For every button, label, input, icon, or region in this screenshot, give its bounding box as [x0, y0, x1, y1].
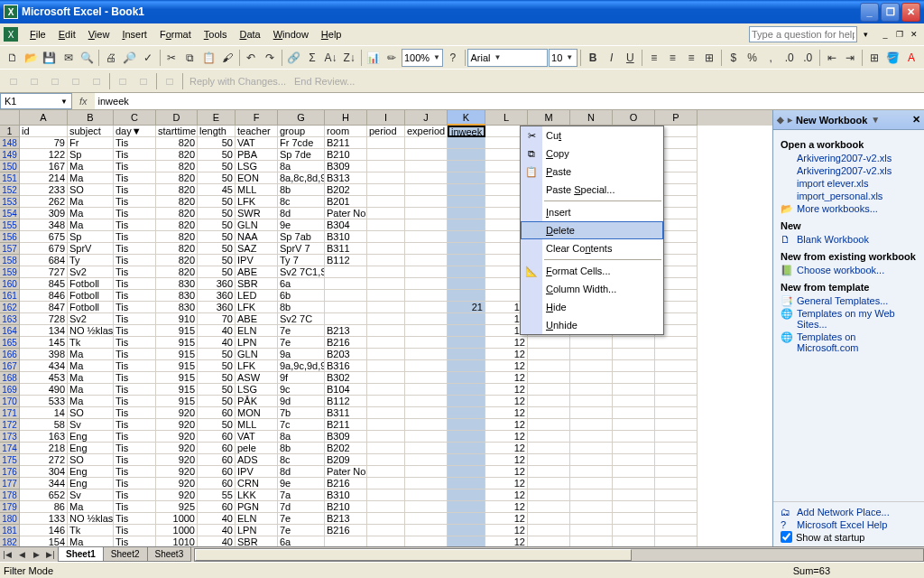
row-header[interactable]: 152 [0, 184, 20, 196]
cell[interactable]: Fotboll [68, 302, 114, 313]
cell[interactable]: Ma [68, 360, 114, 372]
cell[interactable] [613, 454, 655, 466]
cell[interactable]: 154 [20, 536, 68, 546]
cell[interactable] [448, 396, 485, 407]
rev-btn-4[interactable]: □ [66, 71, 86, 91]
column-header-F[interactable]: F [236, 110, 278, 126]
cell[interactable] [570, 384, 613, 396]
cell[interactable]: B216 [325, 337, 367, 349]
cell[interactable]: Fotboll [68, 278, 114, 290]
cell[interactable] [655, 384, 698, 396]
font-combo[interactable]: Arial▼ [467, 49, 548, 67]
row-header[interactable]: 176 [0, 466, 20, 478]
cell[interactable]: 820 [156, 243, 198, 255]
cell[interactable] [613, 360, 655, 372]
cell[interactable] [448, 325, 485, 337]
cell[interactable] [405, 149, 448, 161]
cell[interactable] [528, 372, 570, 384]
cell[interactable] [405, 536, 448, 546]
cell[interactable]: 40 [198, 513, 236, 525]
tab-nav-first[interactable]: |◀ [0, 547, 14, 562]
cell[interactable]: 50 [198, 196, 236, 208]
rev-btn-1[interactable]: □ [4, 71, 23, 91]
column-header-A[interactable]: A [20, 110, 68, 126]
cell[interactable] [405, 219, 448, 231]
cell[interactable] [655, 443, 698, 454]
cell[interactable] [448, 525, 485, 536]
cell[interactable]: Tis [114, 243, 156, 255]
cell[interactable]: 21 [448, 302, 485, 313]
cell[interactable]: Tis [114, 349, 156, 360]
cell[interactable]: day▼ [114, 126, 156, 137]
column-header-K[interactable]: K [448, 110, 485, 126]
cell[interactable]: B112 [325, 255, 367, 266]
cell[interactable] [528, 501, 570, 513]
cell[interactable] [448, 290, 485, 302]
cell[interactable]: LKK [236, 489, 278, 501]
cell[interactable] [655, 478, 698, 489]
cell[interactable]: 830 [156, 290, 198, 302]
cell[interactable]: 50 [198, 243, 236, 255]
cell[interactable]: length [198, 126, 236, 137]
more-workbooks-link[interactable]: 📂More workbooks... [781, 202, 917, 215]
cell[interactable]: 12 [485, 443, 528, 454]
cell[interactable] [367, 513, 405, 525]
recent-file-link[interactable]: Arkivering2007-v2.xls [781, 152, 917, 164]
cell[interactable] [448, 149, 485, 161]
cell[interactable] [367, 454, 405, 466]
doc-minimize-button[interactable]: _ [879, 28, 892, 41]
end-review-button[interactable]: End Review... [291, 76, 358, 87]
cell[interactable]: ASW [236, 372, 278, 384]
task-pane-dropdown[interactable]: ▼ [871, 115, 880, 125]
cell[interactable]: LSG [236, 384, 278, 396]
column-header-C[interactable]: C [114, 110, 156, 126]
cell[interactable] [613, 501, 655, 513]
cell[interactable]: 7e [278, 325, 325, 337]
cell[interactable]: 820 [156, 172, 198, 184]
task-pane-fwd[interactable]: ▸ [788, 115, 792, 125]
menu-insert[interactable]: Insert [116, 27, 153, 42]
context-clear-contents[interactable]: Clear Contents [521, 239, 663, 257]
cell[interactable]: 820 [156, 149, 198, 161]
minimize-button[interactable]: _ [860, 3, 879, 22]
cell[interactable]: B210 [325, 149, 367, 161]
cell[interactable]: Tis [114, 513, 156, 525]
cell[interactable]: Ma [68, 196, 114, 208]
cell[interactable]: 920 [156, 419, 198, 431]
cell[interactable]: 684 [20, 255, 68, 266]
cell[interactable]: 50 [198, 419, 236, 431]
cell[interactable]: starttime [156, 126, 198, 137]
cell[interactable]: Pater Noster 1 [325, 466, 367, 478]
cell[interactable]: B213 [325, 325, 367, 337]
cell[interactable]: 7e [278, 525, 325, 536]
row-header[interactable]: 171 [0, 407, 20, 419]
cell[interactable]: ABE [236, 266, 278, 278]
font-size-combo[interactable]: 10▼ [549, 49, 578, 67]
column-header-I[interactable]: I [367, 110, 405, 126]
cell[interactable] [528, 349, 570, 360]
cell[interactable] [367, 384, 405, 396]
cell[interactable]: pele [236, 443, 278, 454]
fx-button[interactable]: fx [72, 96, 95, 107]
cell[interactable]: B216 [325, 478, 367, 489]
row-header[interactable]: 172 [0, 419, 20, 431]
cell[interactable]: Ty [68, 255, 114, 266]
cell[interactable] [528, 360, 570, 372]
cell[interactable] [570, 419, 613, 431]
cell[interactable]: 348 [20, 219, 68, 231]
cell[interactable]: B210 [325, 501, 367, 513]
help-search-input[interactable] [749, 26, 857, 42]
cell[interactable] [405, 384, 448, 396]
show-startup-checkbox[interactable]: Show at startup [781, 531, 917, 543]
cell[interactable] [570, 407, 613, 419]
cell[interactable] [405, 466, 448, 478]
cell[interactable] [613, 525, 655, 536]
cell[interactable]: 434 [20, 360, 68, 372]
cell[interactable] [528, 431, 570, 443]
cell[interactable] [405, 255, 448, 266]
cell[interactable] [528, 489, 570, 501]
cell[interactable]: 12 [485, 431, 528, 443]
close-button[interactable]: ✕ [901, 3, 920, 22]
cell[interactable]: Sp 7de [278, 149, 325, 161]
cell[interactable]: B216 [325, 525, 367, 536]
